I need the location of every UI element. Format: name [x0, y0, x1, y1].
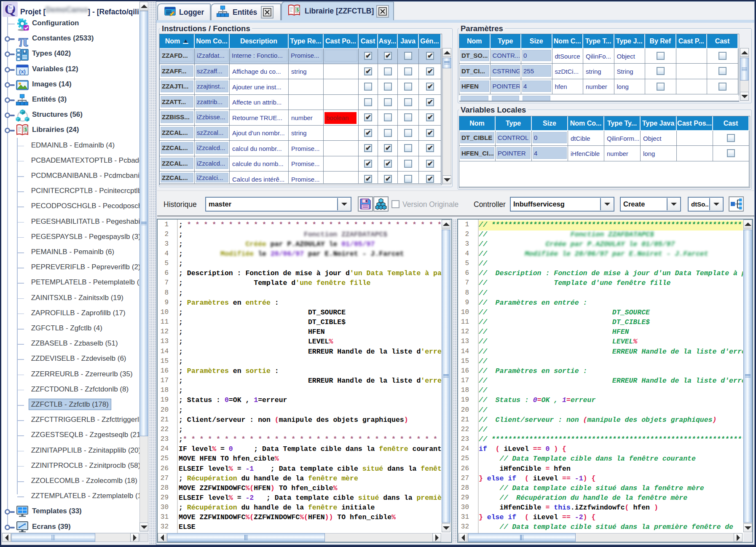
svg-text:(x): (x) [19, 68, 26, 75]
svg-text:$: $ [296, 7, 299, 12]
svg-text:$: $ [24, 127, 27, 132]
svg-text:π: π [18, 32, 28, 48]
